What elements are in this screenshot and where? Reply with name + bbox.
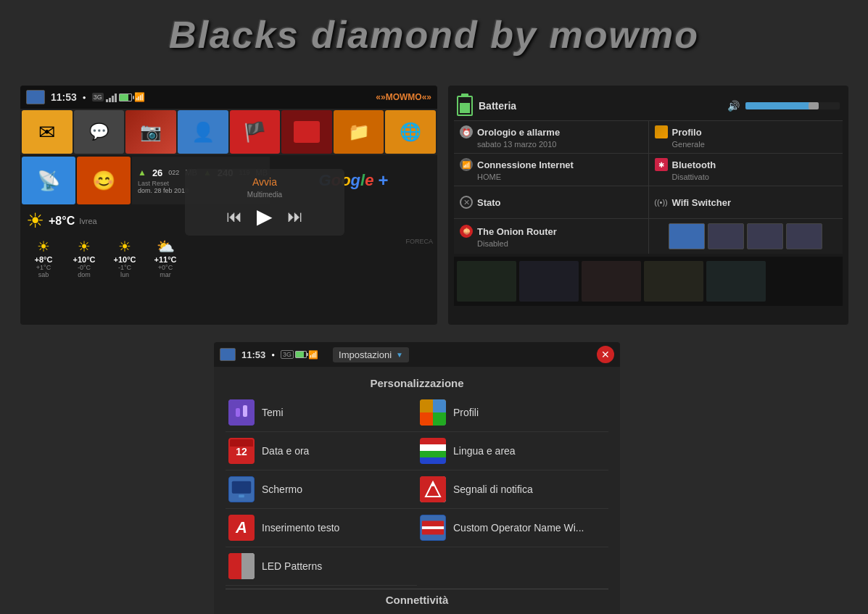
network-badge: 3G: [92, 93, 104, 101]
app-globe[interactable]: 🌐: [385, 110, 436, 154]
wifi-title: Wifi Switcher: [672, 197, 732, 208]
settings-segnali[interactable]: Segnali di notifica: [417, 470, 608, 509]
weather-temp: +8°C: [49, 215, 75, 228]
thumb-2: [708, 223, 744, 249]
settings-statusbar: 11:53 ● 3G 📶 Impostazioni ▼ ✕: [214, 342, 620, 367]
settings-inserimento[interactable]: A Inserimento testo: [226, 509, 417, 547]
settings-screen-icon: [220, 348, 236, 361]
app-smiley[interactable]: 😊: [77, 157, 131, 204]
settings-stato[interactable]: ✕ Stato: [454, 186, 648, 218]
media-prev-btn[interactable]: ⏮: [226, 207, 242, 226]
dropdown-arrow-icon: ▼: [396, 351, 403, 359]
battery-icon-small: [119, 94, 132, 101]
google-plus-icon: +: [378, 170, 388, 191]
thumb-1: [669, 223, 705, 249]
conn-items-grid: 📤 Transfer e sincronizza... ✉ Mail for E…: [226, 610, 608, 614]
svg-rect-2: [243, 405, 247, 417]
svg-rect-12: [232, 481, 251, 494]
settings-orologio[interactable]: ⏰ Orologio e allarme sabato 13 marzo 201…: [454, 121, 648, 153]
schermo-label: Schermo: [262, 484, 302, 495]
settings-dropdown[interactable]: Impostazioni ▼: [333, 347, 409, 362]
lingua-label: Lingua e area: [453, 445, 516, 457]
profilo-subtitle: Generale: [655, 140, 838, 149]
svg-rect-5: [420, 412, 433, 426]
settings-bluetooth[interactable]: ✱ Bluetooth Disattivato: [649, 154, 843, 186]
settings-profilo[interactable]: Profilo Generale: [649, 121, 843, 153]
settings-battery: [295, 351, 307, 358]
settings-temi[interactable]: Temi: [226, 394, 417, 432]
temi-label: Temi: [262, 407, 284, 418]
settings-mail-exchange[interactable]: ✉ Mail for Exchange: [417, 610, 608, 614]
settings-wifi[interactable]: ((•)) Wifi Switcher: [649, 186, 843, 218]
app-contacts[interactable]: 👤: [178, 110, 228, 154]
settings-schermo[interactable]: Schermo: [226, 470, 417, 509]
operator-label: «»MOWMO«»: [376, 92, 431, 102]
foreca-label: FORECA: [187, 238, 433, 245]
bluetooth-icon: ✱: [655, 158, 668, 171]
app-contacts-img[interactable]: 📷: [125, 110, 176, 154]
weather-sun-icon: ☀: [26, 209, 44, 233]
forecast-row: ☀ +8°C +1°C sab ☀ +10°C -0°C dom ☀ +10°C…: [20, 236, 437, 281]
settings-wifi-icon: 📶: [308, 350, 318, 360]
sat-icon: ☀: [37, 238, 50, 255]
left-time: 11:53: [51, 91, 77, 103]
internet-subtitle: HOME: [460, 173, 642, 181]
internet-title: Connessione Internet: [477, 159, 574, 170]
signal-icons: 3G 📶: [92, 92, 145, 102]
lingua-icon: [420, 438, 446, 464]
app-messages[interactable]: 💬: [74, 110, 125, 154]
app-dark[interactable]: [281, 110, 332, 154]
app-mail[interactable]: ✉: [22, 110, 73, 154]
settings-close-btn[interactable]: ✕: [597, 346, 614, 363]
settings-data-ora[interactable]: 12 Data e ora: [226, 432, 417, 470]
media-controls: ⏮ ▶ ⏭: [192, 204, 337, 228]
settings-transfer[interactable]: 📤 Transfer e sincronizza...: [226, 610, 417, 614]
data-ora-label: Data e ora: [262, 445, 309, 457]
inserimento-icon: A: [228, 515, 255, 541]
screen-icon: [26, 90, 45, 104]
wifi-switcher-icon: ((•)): [655, 196, 668, 209]
sat-day: sab: [38, 271, 49, 278]
media-play-btn[interactable]: ▶: [257, 204, 273, 228]
app-files[interactable]: 📁: [334, 110, 384, 154]
sat-delta: +1°C: [36, 264, 51, 271]
volume-icon: 🔊: [727, 100, 740, 112]
settings-dropdown-label: Impostazioni: [339, 349, 392, 360]
data-ora-icon: 12: [228, 438, 255, 464]
svg-rect-19: [228, 553, 241, 579]
svg-rect-6: [433, 412, 446, 426]
settings-tor[interactable]: 🧅 The Onion Router Disabled: [454, 219, 648, 254]
tor-subtitle: Disabled: [460, 239, 642, 248]
ram-arrow: ▲: [138, 167, 146, 178]
inserimento-label: Inserimento testo: [262, 522, 339, 534]
custom-op-icon: [420, 515, 446, 541]
settings-grid: ⏰ Orologio e allarme sabato 13 marzo 201…: [454, 121, 843, 254]
led-icon: [228, 553, 255, 579]
segnali-icon: [420, 476, 446, 502]
ram-sup: 022: [168, 169, 179, 176]
left-status-bar: 11:53 ● 3G 📶 «»MOWMO«»: [20, 86, 437, 109]
settings-internet[interactable]: 📶 Connessione Internet HOME: [454, 154, 648, 186]
settings-lingua[interactable]: Lingua e area: [417, 432, 608, 470]
svg-rect-4: [433, 399, 446, 412]
svg-rect-3: [420, 399, 433, 412]
settings-profili[interactable]: Profili: [417, 394, 608, 432]
app-flag[interactable]: 🏴: [230, 110, 281, 154]
media-next-btn[interactable]: ⏭: [287, 207, 303, 226]
settings-led[interactable]: LED Patterns: [226, 547, 417, 586]
tor-icon: 🧅: [460, 225, 473, 238]
media-title: Avvia: [192, 176, 337, 188]
right-phone-screen: Batteria 🔊 ⏰ Orologio e allarme sabato 1…: [448, 86, 848, 325]
svg-rect-9: [420, 451, 446, 457]
volume-slider[interactable]: [745, 102, 840, 109]
media-popup[interactable]: Avvia Multimedia ⏮ ▶ ⏭: [185, 169, 344, 236]
bluetooth-subtitle: Disattivato: [655, 173, 838, 181]
schermo-icon: [228, 476, 255, 502]
stato-icon: ✕: [460, 196, 473, 209]
settings-custom-operator[interactable]: Custom Operator Name Wi...: [417, 509, 608, 547]
rbt-2: [519, 261, 579, 302]
segnali-label: Segnali di notifica: [453, 484, 533, 495]
stato-title: Stato: [477, 197, 501, 208]
svg-rect-7: [420, 438, 446, 444]
app-rss[interactable]: 📡: [22, 157, 75, 204]
